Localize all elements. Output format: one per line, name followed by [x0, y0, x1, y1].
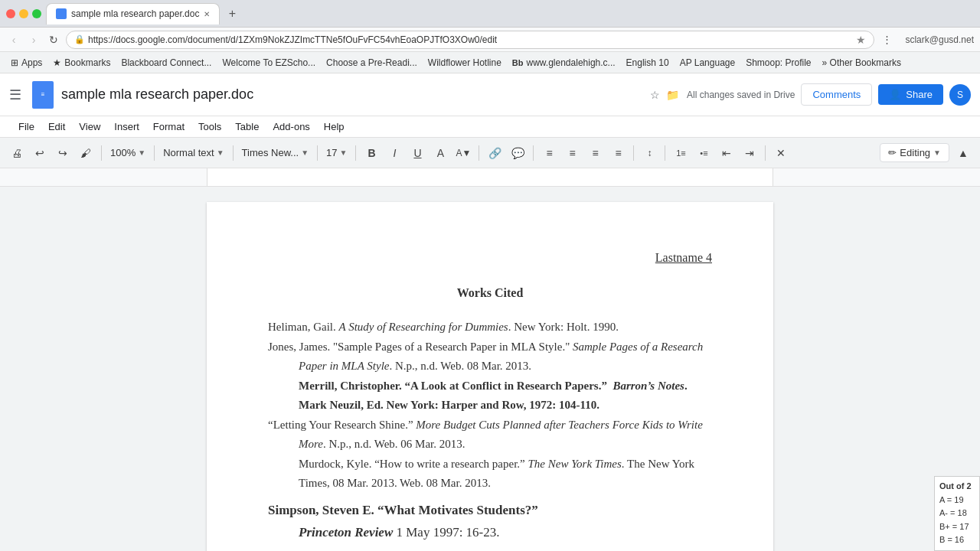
- separator-2: [154, 145, 155, 161]
- share-button[interactable]: 👤 Share: [878, 84, 943, 105]
- menu-format[interactable]: Format: [147, 119, 191, 135]
- reload-button[interactable]: ↻: [46, 32, 61, 47]
- citation-4: “Letting Your Research Shine.” More Budg…: [268, 416, 712, 455]
- bookmark-bookmarks[interactable]: ★ Bookmarks: [48, 56, 115, 70]
- tab-bar: sample mla research paper.doc ✕ +: [46, 3, 974, 24]
- bookmark-glendale[interactable]: Bb www.glendalehigh.c...: [508, 56, 620, 70]
- autosave-status: All changes saved in Drive: [687, 90, 795, 100]
- bullet-list-button[interactable]: •≡: [693, 142, 714, 164]
- extensions-icon[interactable]: ⋮: [879, 32, 894, 47]
- align-justify-button[interactable]: ≡: [607, 142, 629, 164]
- redo-button[interactable]: ↪: [52, 142, 74, 164]
- text-color-button[interactable]: A: [430, 142, 451, 164]
- bookmark-english10[interactable]: English 10: [622, 56, 674, 70]
- fontsize-dropdown-arrow: ▼: [340, 148, 348, 157]
- separator-5: [355, 145, 356, 161]
- editing-mode-label: Editing: [900, 147, 930, 158]
- menu-edit[interactable]: Edit: [42, 119, 71, 135]
- menu-view[interactable]: View: [73, 119, 106, 135]
- citation-2: Jones, James. "Sample Pages of a Researc…: [268, 337, 712, 377]
- font-select[interactable]: Times New... ▼: [238, 142, 313, 164]
- collapse-toolbar-button[interactable]: ▲: [952, 142, 974, 164]
- align-center-button[interactable]: ≡: [561, 142, 583, 164]
- italic-button[interactable]: I: [384, 142, 405, 164]
- bold-button[interactable]: B: [361, 142, 382, 164]
- editing-mode-button[interactable]: ✏ Editing ▼: [880, 143, 949, 162]
- bookmark-other[interactable]: » Other Bookmarks: [818, 56, 906, 70]
- link-button[interactable]: 🔗: [484, 142, 505, 164]
- bookmark-aplanguage[interactable]: AP Language: [675, 56, 740, 70]
- document-area[interactable]: Lastname 4 Works Cited Heliman, Gail. A …: [0, 187, 980, 551]
- style-select[interactable]: Normal text ▼: [159, 142, 227, 164]
- star-icon: ★: [53, 57, 61, 68]
- tab-close-button[interactable]: ✕: [204, 10, 210, 18]
- zoom-select[interactable]: 100% ▼: [106, 142, 149, 164]
- align-left-button[interactable]: ≡: [538, 142, 560, 164]
- bookmark-shmoop[interactable]: Shmoop: Profile: [741, 56, 815, 70]
- separator-8: [633, 145, 634, 161]
- increase-indent-button[interactable]: ⇥: [739, 142, 760, 164]
- star-bookmark-icon[interactable]: ☆: [650, 89, 660, 101]
- menu-help[interactable]: Help: [318, 119, 351, 135]
- tab-favicon: [56, 8, 67, 19]
- undo-button[interactable]: ↩: [29, 142, 51, 164]
- minimize-button[interactable]: [19, 9, 28, 18]
- bookmark-prereading[interactable]: Choose a Pre-Readi...: [322, 56, 422, 70]
- document-title[interactable]: sample mla research paper.doc: [61, 86, 644, 103]
- user-profile[interactable]: sclark@gusd.net: [905, 34, 974, 45]
- line-spacing-button[interactable]: ↕: [639, 142, 660, 164]
- separator-4: [317, 145, 318, 161]
- bookmark-star-icon[interactable]: ★: [856, 34, 866, 46]
- separator-10: [765, 145, 766, 161]
- user-avatar[interactable]: S: [949, 84, 971, 106]
- print-button[interactable]: 🖨: [6, 142, 28, 164]
- browser-tab-bar: sample mla research paper.doc ✕ +: [0, 0, 980, 28]
- forward-button[interactable]: ›: [26, 32, 41, 47]
- traffic-lights: [6, 9, 41, 18]
- bookmark-other-label: » Other Bookmarks: [822, 57, 901, 68]
- comment-button[interactable]: 💬: [507, 142, 528, 164]
- bookmark-ezschool[interactable]: Welcome To EZScho...: [217, 56, 320, 70]
- comments-button[interactable]: Comments: [801, 83, 872, 106]
- bookmarks-bar: ⊞ Apps ★ Bookmarks Blackboard Connect...…: [0, 52, 980, 73]
- menu-insert[interactable]: Insert: [108, 119, 145, 135]
- fontsize-value: 17: [326, 147, 337, 158]
- score-a18: A- = 18: [939, 507, 975, 520]
- url-bar[interactable]: 🔒 https://docs.google.com/document/d/1ZX…: [66, 31, 874, 49]
- clear-format-button[interactable]: ✕: [770, 142, 792, 164]
- decrease-indent-button[interactable]: ⇤: [716, 142, 737, 164]
- docs-logo-icon: ≡: [32, 81, 54, 109]
- menu-addons[interactable]: Add-ons: [266, 119, 315, 135]
- bookmark-wildflower-label: Wildflower Hotline: [428, 57, 501, 68]
- bookmark-wildflower[interactable]: Wildflower Hotline: [423, 56, 506, 70]
- highlight-button[interactable]: A▼: [452, 142, 474, 164]
- menu-file[interactable]: File: [12, 119, 41, 135]
- citation-7: Princeton Review 1 May 1997: 16-23.: [268, 522, 712, 544]
- citation-4-text: “Letting Your Research Shine.” More Budg…: [268, 419, 703, 451]
- apps-icon: ⊞: [11, 57, 18, 68]
- separator-3: [233, 145, 234, 161]
- underline-button[interactable]: U: [407, 142, 428, 164]
- folder-icon[interactable]: 📁: [666, 89, 679, 101]
- hamburger-menu-icon[interactable]: ☰: [9, 86, 21, 103]
- share-icon: 👤: [889, 89, 901, 100]
- bookmark-blackboard[interactable]: Blackboard Connect...: [116, 56, 216, 70]
- numbered-list-button[interactable]: 1≡: [670, 142, 691, 164]
- citation-2-text: Jones, James. "Sample Pages of a Researc…: [268, 341, 703, 373]
- bookmark-blackboard-label: Blackboard Connect...: [121, 57, 211, 68]
- paint-format-button[interactable]: 🖌: [75, 142, 96, 164]
- menu-table[interactable]: Table: [229, 119, 265, 135]
- close-button[interactable]: [6, 9, 15, 18]
- works-cited-heading: Works Cited: [268, 283, 712, 303]
- active-tab[interactable]: sample mla research paper.doc ✕: [46, 3, 220, 24]
- menu-tools[interactable]: Tools: [192, 119, 227, 135]
- zoom-value: 100%: [110, 147, 136, 158]
- fontsize-select[interactable]: 17 ▼: [322, 142, 351, 164]
- back-button[interactable]: ‹: [6, 32, 21, 47]
- align-right-button[interactable]: ≡: [584, 142, 606, 164]
- maximize-button[interactable]: [32, 9, 41, 18]
- bookmark-apps[interactable]: ⊞ Apps: [6, 56, 47, 70]
- bookmark-english10-label: English 10: [626, 57, 669, 68]
- new-tab-button[interactable]: +: [223, 5, 241, 23]
- bookmark-glendale-label: www.glendalehigh.c...: [527, 57, 616, 68]
